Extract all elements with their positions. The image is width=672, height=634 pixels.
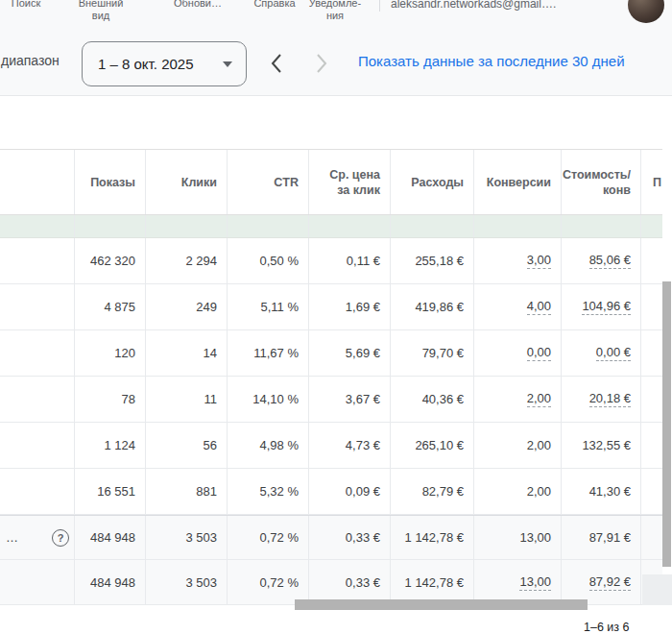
totals-row-filtered: … ? 484 948 3 503 0,72 % 0,33 € 1 142,78…	[0, 515, 662, 560]
clicks-total: 3 503	[185, 575, 217, 590]
clicks-value: 881	[196, 484, 217, 499]
scrollbar-corner	[642, 574, 672, 605]
ctr-total: 0,72 %	[260, 530, 299, 545]
cpc-total: 0,33 €	[346, 575, 380, 590]
clicks-value: 14	[204, 346, 217, 360]
header-ctr[interactable]: CTR	[228, 150, 309, 214]
clicks-total: 3 503	[185, 530, 217, 545]
ctr-value: 0,50 %	[260, 254, 299, 268]
cost-per-conv-total: 87,91 €	[589, 530, 631, 545]
header-conversions[interactable]: Конверсии	[474, 150, 562, 214]
nav-appearance[interactable]: Внешний вид	[79, 0, 124, 22]
chevron-right-icon	[308, 50, 333, 77]
table-row-1: 462 320 2 294 0,50 % 0,11 € 255,18 € 3,0…	[0, 238, 662, 284]
cost-value: 255,18 €	[415, 254, 464, 268]
previous-period-button[interactable]	[265, 50, 290, 77]
conversions-total[interactable]: 13,00	[519, 574, 551, 591]
nav-refresh[interactable]: Обнови…	[174, 0, 222, 10]
ctr-value: 14,10 %	[252, 392, 299, 406]
show-last-30-days-link[interactable]: Показать данные за последние 30 дней	[358, 53, 625, 69]
cost-per-conv-value[interactable]: 85,06 €	[589, 253, 631, 269]
account-email[interactable]: aleksandr.networkads@gmail….	[391, 0, 623, 11]
impressions-total: 484 948	[90, 575, 135, 590]
impressions-value: 4 875	[104, 300, 135, 314]
table-row-5: 1 124 56 4,98 % 4,73 € 265,10 € 2,00 132…	[0, 423, 662, 469]
impressions-value: 462 320	[90, 254, 135, 268]
cpc-value: 0,11 €	[347, 254, 380, 268]
cpc-total: 0,33 €	[346, 530, 380, 545]
chevron-left-icon	[265, 50, 290, 77]
impressions-value: 78	[122, 392, 135, 406]
conversions-value: 2,00	[527, 484, 551, 499]
cost-value: 419,86 €	[415, 300, 464, 314]
topbar-divider	[379, 0, 380, 12]
cost-value: 79,70 €	[422, 346, 464, 360]
cpc-value: 0,09 €	[346, 484, 380, 499]
help-icon[interactable]: ?	[52, 529, 69, 547]
header-avg-cpc[interactable]: Ср. ценаза клик	[309, 150, 391, 214]
table-row-6: 16 551 881 5,32 % 0,09 € 82,79 € 2,00 41…	[0, 469, 662, 515]
conversions-total: 13,00	[519, 530, 551, 545]
summary-strip-row	[0, 215, 662, 238]
horizontal-scrollbar-thumb[interactable]	[295, 599, 588, 610]
nav-notifications[interactable]: Уведомле- ния	[309, 0, 361, 22]
ctr-value: 5,11 %	[260, 300, 299, 314]
clicks-value: 249	[196, 300, 217, 314]
clicks-value: 56	[204, 438, 217, 452]
conversions-value[interactable]: 0,00	[527, 345, 551, 361]
cost-per-conv-value[interactable]: 0,00 €	[596, 345, 631, 361]
vertical-scrollbar-thumb[interactable]	[662, 281, 671, 567]
cpc-value: 4,73 €	[346, 438, 380, 452]
table-row-3: 120 14 11,67 % 5,69 € 79,70 € 0,00 0,00 …	[0, 330, 662, 377]
header-cost[interactable]: Расходы	[391, 150, 474, 214]
cpc-value: 5,69 €	[346, 346, 380, 360]
clicks-value: 11	[204, 392, 218, 406]
cpc-value: 3,67 €	[346, 392, 380, 406]
ctr-value: 11,67 %	[253, 346, 299, 360]
impressions-value: 120	[114, 346, 135, 360]
header-cost-per-conv[interactable]: Стоимость/конв	[562, 150, 641, 214]
cost-value: 40,36 €	[422, 392, 464, 406]
cost-value: 265,10 €	[415, 438, 464, 452]
user-avatar[interactable]	[628, 0, 664, 23]
cost-total: 1 142,78 €	[405, 530, 464, 545]
cost-total: 1 142,78 €	[405, 575, 464, 590]
impressions-total: 484 948	[90, 530, 135, 545]
top-header: Поиск Внешний вид Обнови… Справка Уведом…	[0, 0, 672, 96]
conversions-value: 2,00	[527, 438, 551, 452]
header-impressions[interactable]: Показы	[75, 150, 146, 214]
cost-per-conv-total[interactable]: 87,92 €	[589, 574, 631, 591]
conversions-value[interactable]: 2,00	[527, 391, 551, 407]
ctr-value: 4,98 %	[260, 438, 299, 452]
cpc-value: 1,69 €	[346, 300, 380, 314]
impressions-value: 16 551	[97, 484, 135, 499]
clicks-value: 2 294	[185, 254, 217, 268]
date-range-label: диапазон	[1, 53, 60, 68]
nav-search[interactable]: Поиск	[12, 0, 40, 10]
header-clicks[interactable]: Клики	[146, 150, 228, 214]
chevron-down-icon	[223, 61, 232, 67]
metrics-table: Показы Клики CTR Ср. ценаза клик Расходы…	[0, 149, 662, 605]
cost-per-conv-value: 132,55 €	[582, 438, 631, 452]
totals-row-account: 484 948 3 503 0,72 % 0,33 € 1 142,78 € 1…	[0, 560, 662, 605]
table-header-row: Показы Клики CTR Ср. ценаза клик Расходы…	[0, 150, 662, 215]
cost-per-conv-value[interactable]: 104,96 €	[582, 299, 631, 315]
nav-help[interactable]: Справка	[253, 0, 295, 10]
impressions-value: 1 124	[104, 438, 135, 452]
totals-label-clipped: …	[6, 530, 19, 545]
header-next-column-clipped: П	[641, 150, 662, 214]
conversions-value[interactable]: 4,00	[527, 299, 551, 315]
cost-value: 82,79 €	[422, 484, 464, 499]
conversions-value[interactable]: 3,00	[527, 253, 551, 269]
cost-per-conv-value: 41,30 €	[589, 484, 631, 499]
google-ads-window: Поиск Внешний вид Обнови… Справка Уведом…	[0, 0, 672, 634]
table-row-2: 4 875 249 5,11 % 1,69 € 419,86 € 4,00 10…	[0, 284, 662, 330]
pagination-status: 1–6 из 6	[584, 621, 629, 634]
ctr-value: 5,32 %	[260, 484, 299, 499]
header-name-column	[0, 150, 75, 214]
next-period-button[interactable]	[308, 50, 333, 77]
date-range-selector[interactable]: 1 – 8 окт. 2025	[82, 41, 247, 86]
date-range-value: 1 – 8 окт. 2025	[98, 56, 194, 72]
table-row-4: 78 11 14,10 % 3,67 € 40,36 € 2,00 20,18 …	[0, 377, 662, 423]
cost-per-conv-value[interactable]: 20,18 €	[589, 391, 631, 407]
